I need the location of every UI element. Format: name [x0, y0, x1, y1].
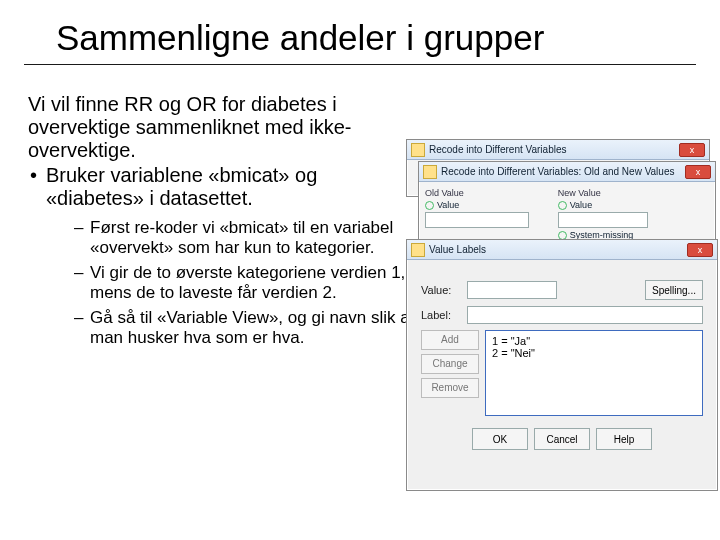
sub-item-3: Gå så til «Variable View», og gi navn sl… [74, 308, 418, 347]
add-button[interactable]: Add [421, 330, 479, 350]
label-field-label: Label: [421, 309, 461, 321]
label-input[interactable] [467, 306, 703, 324]
value-labels-title: Value Labels [429, 244, 687, 255]
value-labels-list[interactable]: 1 = "Ja" 2 = "Nei" [485, 330, 703, 416]
cancel-button[interactable]: Cancel [534, 428, 590, 450]
recode-dialog-titlebar: Recode into Different Variables x [407, 140, 709, 160]
close-icon[interactable]: x [687, 243, 713, 257]
value-label-entry-1: 1 = "Ja" [492, 335, 696, 347]
page-title: Sammenligne andeler i grupper [0, 0, 720, 64]
text-block: Vi vil finne RR og OR for diabetes i ove… [28, 93, 418, 347]
dialog-buttons: OK Cancel Help [413, 428, 711, 450]
new-value-option[interactable]: Value [558, 200, 698, 210]
close-icon[interactable]: x [685, 165, 711, 179]
spss-icon [411, 143, 425, 157]
help-button[interactable]: Help [596, 428, 652, 450]
recode-values-titlebar: Recode into Different Variables: Old and… [419, 162, 715, 182]
value-labels-titlebar: Value Labels x [407, 240, 717, 260]
value-input[interactable] [467, 281, 557, 299]
sub-list: Først re-koder vi «bmicat» til en variab… [28, 210, 418, 347]
remove-button[interactable]: Remove [421, 378, 479, 398]
old-value-label: Old Value [425, 188, 545, 198]
recode-dialog-title: Recode into Different Variables [429, 144, 679, 155]
intro-text: Vi vil finne RR og OR for diabetes i ove… [28, 93, 418, 162]
value-labels-body: Value: Spelling... Label: Add Change Rem… [407, 260, 717, 456]
spss-icon [411, 243, 425, 257]
recode-values-title: Recode into Different Variables: Old and… [441, 166, 685, 177]
spss-icon [423, 165, 437, 179]
content-area: Vi vil finne RR og OR for diabetes i ove… [0, 65, 720, 347]
bullet-item: Bruker variablene «bmicat» og «diabetes»… [28, 164, 418, 210]
new-value-text: Value [570, 200, 592, 210]
old-value-text: Value [437, 200, 459, 210]
old-value-option[interactable]: Value [425, 200, 545, 210]
change-button[interactable]: Change [421, 354, 479, 374]
sub-item-1: Først re-koder vi «bmicat» til en variab… [74, 218, 418, 257]
value-field-label: Value: [421, 284, 461, 296]
ok-button[interactable]: OK [472, 428, 528, 450]
new-value-input[interactable] [558, 212, 648, 228]
value-buttons: Add Change Remove [421, 330, 479, 416]
sub-item-2: Vi gir de to øverste kategoriene verdien… [74, 263, 418, 302]
value-label-entry-2: 2 = "Nei" [492, 347, 696, 359]
label-row: Label: [421, 306, 703, 324]
close-icon[interactable]: x [679, 143, 705, 157]
value-labels-dialog: Value Labels x Value: Spelling... Label:… [406, 239, 718, 491]
old-value-input[interactable] [425, 212, 529, 228]
spelling-button[interactable]: Spelling... [645, 280, 703, 300]
value-row: Value: Spelling... [421, 280, 703, 300]
new-value-label: New Value [558, 188, 698, 198]
values-area: Add Change Remove 1 = "Ja" 2 = "Nei" [421, 330, 703, 416]
